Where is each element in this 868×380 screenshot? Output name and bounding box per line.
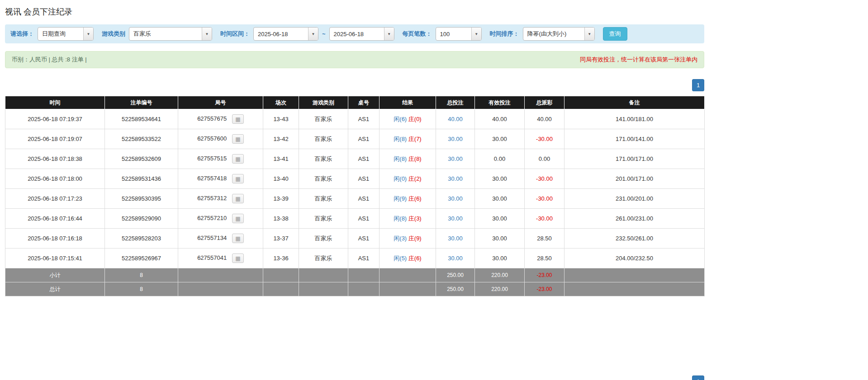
game-type-select[interactable]: 百家乐 ▼ — [129, 27, 212, 41]
cell-game-type: 百家乐 — [299, 229, 348, 249]
round-cards-icon[interactable]: ▦ — [232, 114, 244, 124]
round-cards-icon[interactable]: ▦ — [232, 234, 244, 243]
total-bet-link[interactable]: 30.00 — [448, 235, 463, 242]
sort-select[interactable]: 降幂(由大到小) ▼ — [523, 27, 595, 41]
result-banker: 庄(0) — [408, 116, 422, 122]
cell-table-no: AS1 — [348, 189, 379, 209]
pagination-bottom: 1 — [5, 375, 704, 380]
page-size-select[interactable]: 100 ▼ — [436, 27, 482, 41]
bet-records-table: 时间 注单编号 局号 场次 游戏类别 桌号 结果 总投注 有效投注 总派彩 备注… — [5, 96, 705, 296]
page-title: 视讯 会员下注纪录 — [5, 6, 704, 17]
total-label: 总计 — [5, 282, 105, 296]
cell-time: 2025-06-18 07:17:23 — [5, 189, 105, 209]
cell-valid-bet: 0.00 — [475, 149, 525, 169]
cell-note: 201.00/171.00 — [564, 169, 705, 189]
result-player: 闲(0) — [394, 175, 407, 182]
total-bet-link[interactable]: 30.00 — [448, 136, 463, 142]
chevron-down-icon[interactable]: ▼ — [471, 28, 481, 40]
valid-bet-notice: 同局有效投注，统一计算在该局第一张注单内 — [580, 56, 697, 64]
cell-time: 2025-06-18 07:18:38 — [5, 149, 105, 169]
round-cards-icon[interactable]: ▦ — [232, 154, 244, 164]
date-range-separator: ~ — [322, 31, 326, 38]
cell-time: 2025-06-18 07:15:41 — [5, 249, 105, 268]
result-banker: 庄(6) — [408, 195, 422, 202]
cell-result: 闲(3) 庄(9) — [379, 229, 436, 249]
cell-total-bet: 30.00 — [436, 229, 475, 249]
chevron-down-icon[interactable]: ▼ — [308, 28, 318, 40]
result-player: 闲(8) — [394, 136, 407, 142]
cell-total-bet: 30.00 — [436, 129, 475, 149]
result-player: 闲(3) — [394, 235, 407, 242]
cell-payout: -30.00 — [525, 169, 564, 189]
table-row: 2025-06-18 07:19:37 522589534641 6275576… — [5, 109, 705, 129]
cell-bet-id: 522589526967 — [105, 249, 178, 268]
summary-bar: 币别：人民币 | 总共 :8 注单 | 同局有效投注，统一计算在该局第一张注单内 — [5, 51, 704, 68]
cell-round-id: 627557600 ▦ — [178, 129, 263, 149]
cell-total-bet: 30.00 — [436, 189, 475, 209]
cell-payout: -30.00 — [525, 129, 564, 149]
cell-total-bet: 30.00 — [436, 249, 475, 268]
table-header: 时间 注单编号 局号 场次 游戏类别 桌号 结果 总投注 有效投注 总派彩 备注 — [5, 96, 705, 109]
cell-game-type: 百家乐 — [299, 189, 348, 209]
total-bet-link[interactable]: 30.00 — [448, 155, 463, 162]
cell-round-id: 627557210 ▦ — [178, 209, 263, 229]
cell-result: 闲(8) 庄(7) — [379, 129, 436, 149]
total-bet-link[interactable]: 30.00 — [448, 215, 463, 222]
round-id-text: 627557675 — [197, 115, 227, 122]
chevron-down-icon[interactable]: ▼ — [384, 28, 394, 40]
round-id-text: 627557418 — [197, 175, 227, 182]
round-cards-icon[interactable]: ▦ — [232, 174, 244, 183]
cell-game-type: 百家乐 — [299, 209, 348, 229]
cell-valid-bet: 30.00 — [475, 129, 525, 149]
total-bet-link[interactable]: 30.00 — [448, 195, 463, 202]
cell-result: 闲(9) 庄(6) — [379, 189, 436, 209]
subtotal-payout: -23.00 — [525, 268, 564, 282]
total-bet-link[interactable]: 30.00 — [448, 175, 463, 182]
query-type-select[interactable]: 日期查询 ▼ — [38, 27, 94, 41]
sort-label: 时间排序： — [490, 30, 519, 38]
result-banker: 庄(3) — [408, 215, 422, 222]
result-banker: 庄(9) — [408, 235, 422, 242]
cell-table-no: AS1 — [348, 169, 379, 189]
game-type-value: 百家乐 — [129, 28, 202, 40]
cell-result: 闲(8) 庄(3) — [379, 209, 436, 229]
result-player: 闲(9) — [394, 195, 407, 202]
content-container: 视讯 会员下注纪录 请选择： 日期查询 ▼ 游戏类别 百家乐 ▼ 时间区间： 2… — [5, 6, 704, 380]
total-row: 总计 8 250.00 220.00 -23.00 — [5, 282, 705, 296]
cell-round-id: 627557134 ▦ — [178, 229, 263, 249]
page-1-button[interactable]: 1 — [692, 79, 704, 91]
subtotal-label: 小计 — [5, 268, 105, 282]
date-to-input[interactable]: 2025-06-18 ▼ — [329, 27, 394, 41]
round-id-text: 627557312 — [197, 195, 227, 202]
table-row: 2025-06-18 07:17:23 522589530395 6275573… — [5, 189, 705, 209]
cell-session: 13-37 — [263, 229, 299, 249]
cell-note: 171.00/141.00 — [564, 129, 705, 149]
round-id-text: 627557600 — [197, 135, 227, 142]
chevron-down-icon[interactable]: ▼ — [202, 28, 212, 40]
search-button[interactable]: 查询 — [603, 27, 627, 41]
total-bet-link[interactable]: 30.00 — [448, 255, 463, 262]
result-player: 闲(6) — [394, 116, 407, 122]
cell-game-type: 百家乐 — [299, 249, 348, 268]
result-banker: 庄(7) — [408, 136, 422, 142]
result-player: 闲(5) — [394, 255, 407, 262]
date-from-input[interactable]: 2025-06-18 ▼ — [253, 27, 318, 41]
cell-total-bet: 40.00 — [436, 109, 475, 129]
round-cards-icon[interactable]: ▦ — [232, 253, 244, 263]
pagination-top: 1 — [5, 79, 704, 91]
table-row: 2025-06-18 07:16:18 522589528203 6275571… — [5, 229, 705, 249]
total-bet-link[interactable]: 40.00 — [448, 116, 463, 122]
chevron-down-icon[interactable]: ▼ — [83, 28, 93, 40]
cell-round-id: 627557675 ▦ — [178, 109, 263, 129]
cell-session: 13-42 — [263, 129, 299, 149]
round-cards-icon[interactable]: ▦ — [232, 134, 244, 144]
table-body: 2025-06-18 07:19:37 522589534641 6275576… — [5, 109, 705, 296]
chevron-down-icon[interactable]: ▼ — [584, 28, 594, 40]
cell-session: 13-38 — [263, 209, 299, 229]
page-1-button[interactable]: 1 — [692, 375, 704, 380]
total-valid-bet: 220.00 — [475, 282, 525, 296]
round-cards-icon[interactable]: ▦ — [232, 214, 244, 223]
round-cards-icon[interactable]: ▦ — [232, 194, 244, 203]
page-size-value: 100 — [436, 28, 471, 40]
round-id-text: 627557041 — [197, 254, 227, 261]
